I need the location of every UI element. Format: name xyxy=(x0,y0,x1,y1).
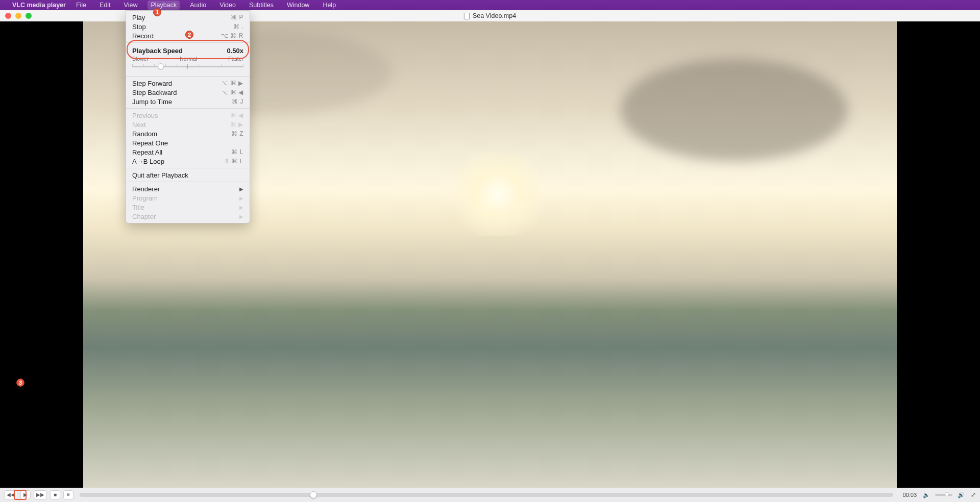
dropdown-next: Next⌘ ▶ xyxy=(126,120,250,129)
dropdown-previous: Previous⌘ ◀ xyxy=(126,111,250,120)
dropdown-random[interactable]: Random⌘ Z xyxy=(126,129,250,138)
playlist-icon: ≡ xyxy=(67,492,70,497)
dropdown-chapter: Chapter▶ xyxy=(126,212,250,221)
dropdown-repeat-one[interactable]: Repeat One xyxy=(126,138,250,147)
close-window-button[interactable] xyxy=(5,13,11,19)
speed-faster-label: Faster xyxy=(228,56,243,62)
dropdown-repeat-all[interactable]: Repeat All⌘ L xyxy=(126,147,250,157)
play-button[interactable]: ▶ xyxy=(20,490,31,499)
zoom-window-button[interactable] xyxy=(26,13,32,19)
window-title-area: Sea Video.mp4 xyxy=(464,12,516,19)
speed-normal-label: Normal xyxy=(180,56,197,62)
menu-video[interactable]: Video xyxy=(216,1,239,10)
annotation-badge-3: 3 xyxy=(16,379,24,387)
stop-icon: ■ xyxy=(54,492,57,497)
skip-back-icon: ◀◀ xyxy=(7,492,15,497)
submenu-arrow-icon: ▶ xyxy=(239,214,243,219)
previous-track-button[interactable]: ◀◀ xyxy=(4,490,17,499)
seek-bar[interactable] xyxy=(80,493,893,497)
minimize-window-button[interactable] xyxy=(15,13,21,19)
dropdown-step-forward[interactable]: Step Forward⌥ ⌘ ▶ xyxy=(126,79,250,88)
volume-low-icon[interactable]: 🔈 xyxy=(923,492,930,498)
dropdown-title: Title▶ xyxy=(126,203,250,212)
dropdown-separator xyxy=(126,168,250,168)
speed-slower-label: Slower xyxy=(132,56,149,62)
dropdown-stop[interactable]: Stop⌘ . xyxy=(126,22,250,31)
dropdown-play[interactable]: Play⌘ P xyxy=(126,13,250,22)
submenu-arrow-icon: ▶ xyxy=(239,186,243,192)
dropdown-separator xyxy=(126,42,250,43)
player-controls: ◀◀ ▶ ▶▶ ■ ≡ 00:03 🔈 🔊 ⤢ xyxy=(0,488,980,502)
menu-view[interactable]: View xyxy=(121,1,141,10)
skip-forward-icon: ▶▶ xyxy=(36,492,44,497)
playback-dropdown: Play⌘ P Stop⌘ . Record⌥ ⌘ R Playback Spe… xyxy=(126,10,250,223)
submenu-arrow-icon: ▶ xyxy=(239,195,243,201)
playlist-button[interactable]: ≡ xyxy=(63,490,74,499)
menu-subtitles[interactable]: Subtitles xyxy=(246,1,277,10)
menu-file[interactable]: File xyxy=(73,1,89,10)
dropdown-separator xyxy=(126,108,250,109)
stop-button[interactable]: ■ xyxy=(50,490,60,499)
volume-high-icon[interactable]: 🔊 xyxy=(958,492,965,498)
submenu-arrow-icon: ▶ xyxy=(239,205,243,210)
dropdown-step-backward[interactable]: Step Backward⌥ ⌘ ◀ xyxy=(126,88,250,97)
menu-audio[interactable]: Audio xyxy=(187,1,209,10)
menu-edit[interactable]: Edit xyxy=(96,1,114,10)
dropdown-playback-speed[interactable]: Playback Speed0.50x SlowerNormalFaster xyxy=(126,45,250,74)
dropdown-separator xyxy=(126,182,250,182)
macos-menubar: VLC media player File Edit View Playback… xyxy=(0,0,980,10)
app-name[interactable]: VLC media player xyxy=(12,2,66,9)
volume-slider[interactable] xyxy=(935,494,952,496)
seek-thumb[interactable] xyxy=(310,491,317,498)
window-title: Sea Video.mp4 xyxy=(473,12,516,19)
dropdown-renderer[interactable]: Renderer▶ xyxy=(126,184,250,193)
dropdown-program: Program▶ xyxy=(126,193,250,203)
traffic-lights xyxy=(0,13,32,19)
fullscreen-button[interactable]: ⤢ xyxy=(971,491,976,498)
playback-speed-label: Playback Speed xyxy=(132,47,183,55)
playback-speed-value: 0.50x xyxy=(227,47,243,55)
dropdown-ab-loop[interactable]: A→B Loop⇧ ⌘ L xyxy=(126,157,250,166)
document-icon xyxy=(464,13,470,19)
volume-thumb[interactable] xyxy=(945,492,949,496)
dropdown-quit-after-playback[interactable]: Quit after Playback xyxy=(126,170,250,180)
annotation-badge-2: 2 xyxy=(185,31,193,39)
playback-speed-slider[interactable] xyxy=(132,63,243,70)
annotation-badge-1: 1 xyxy=(153,8,161,16)
play-icon: ▶ xyxy=(23,492,28,497)
elapsed-time: 00:03 xyxy=(902,492,917,498)
menu-playback[interactable]: Playback xyxy=(148,1,180,10)
dropdown-jump-to-time[interactable]: Jump to Time⌘ J xyxy=(126,97,250,106)
dropdown-separator xyxy=(126,76,250,77)
next-track-button[interactable]: ▶▶ xyxy=(34,490,47,499)
menu-help[interactable]: Help xyxy=(320,1,339,10)
menu-window[interactable]: Window xyxy=(284,1,312,10)
